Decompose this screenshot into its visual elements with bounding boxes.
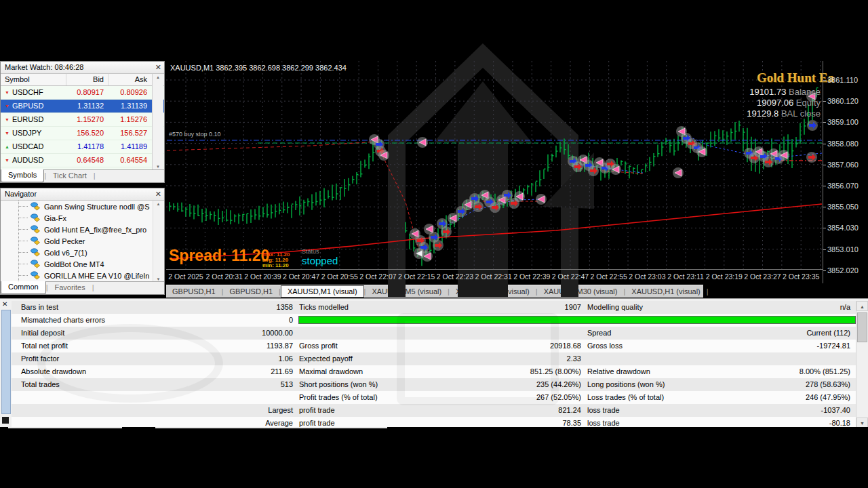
trend-down-icon: ▼ <box>5 104 9 108</box>
price-scale[interactable]: 3861.1103860.1203859.1003858.0803857.060… <box>823 61 868 283</box>
spread-min: min: 11.20 <box>262 263 289 268</box>
trend-down-icon: ▼ <box>5 158 9 163</box>
time-axis-label: 2 Oct 23:19 <box>706 272 743 281</box>
tester-cell: 0 <box>237 314 296 327</box>
ask-cell: 0.64554 <box>108 154 151 167</box>
tester-scrollbar[interactable]: ▲ ▼ <box>856 301 868 428</box>
tester-cell <box>720 352 854 365</box>
tester-cell: Short positions (won %) <box>296 378 442 391</box>
tester-cell: 10000.00 <box>237 327 296 340</box>
market-watch-row[interactable]: ▼EURUSD1.152701.15276 <box>1 113 164 127</box>
market-watch-row[interactable]: ▼USDCHF0.809170.80926 <box>1 86 164 100</box>
symbol-cell: ▼USDJPY <box>1 127 66 140</box>
tester-cell: -1037.40 <box>720 404 854 417</box>
scroll-down-icon[interactable]: ▼ <box>153 165 163 169</box>
tab-separator: | <box>707 285 709 298</box>
chart-tab[interactable]: XAUUSD,M30 (visual) <box>538 285 624 298</box>
time-axis[interactable]: 2 Oct 20252 Oct 20:312 Oct 20:392 Oct 20… <box>166 269 823 284</box>
pending-order-label: #570 buy stop 0.10 <box>169 131 221 138</box>
navigator-item[interactable]: GORILLA MHE EA V10 @LifeIn <box>1 270 164 281</box>
price-axis-label: 3852.020 <box>827 266 859 274</box>
tab-favorites[interactable]: Favorites <box>47 282 92 294</box>
tester-tab-icon[interactable] <box>2 417 9 424</box>
market-watch-row[interactable]: ▲USDCAD1.411781.41189 <box>1 140 164 154</box>
tester-cell <box>585 352 720 365</box>
tester-cell: Maximal drawdown <box>296 365 442 378</box>
symbol-cell: ▼AUDUSD <box>1 154 66 167</box>
scroll-up-icon[interactable]: ▲ <box>856 301 868 311</box>
chart-canvas[interactable] <box>166 61 823 269</box>
spread-indicator: Spread: 11.20 <box>169 247 269 265</box>
chart-tab[interactable]: XAUUSD,M1 (visual) <box>281 285 364 298</box>
bal-close-readout: 19129.8 BAL close <box>747 108 821 119</box>
ask-cell: 1.15276 <box>108 113 151 126</box>
navigator-titlebar: Navigator ✕ <box>1 188 164 201</box>
tester-row: Initial deposit10000.00SpreadCurrent (11… <box>12 327 856 340</box>
expert-advisor-icon <box>31 248 41 257</box>
tester-cell: Mismatched charts errors <box>12 314 237 327</box>
tester-cell: Relative drawdown <box>585 365 720 378</box>
tester-cell: 1907 <box>442 301 585 314</box>
navigator-item[interactable]: Gann Swing Structure nodll @S <box>1 201 164 212</box>
tester-cell: profit trade <box>296 404 442 417</box>
time-axis-label: 2 Oct 2025 <box>168 272 203 281</box>
chart-tab[interactable]: GBPUSD,H1 <box>166 285 222 298</box>
navigator-item[interactable]: Gold Hunt EA_fix@free_fx_pro <box>1 224 164 235</box>
navigator-item[interactable]: Gold Pecker <box>1 235 164 247</box>
tester-cell: 20918.68 <box>442 340 585 352</box>
tester-cell <box>296 327 442 340</box>
scroll-down-icon[interactable]: ▼ <box>856 418 868 428</box>
close-icon[interactable]: ✕ <box>2 300 7 308</box>
tester-row: Total trades513Short positions (won %)23… <box>12 378 856 391</box>
price-axis-label: 3860.120 <box>827 97 859 105</box>
tester-cell <box>442 327 585 340</box>
market-watch-header: Symbol Bid Ask <box>1 74 164 86</box>
bid-cell: 1.41178 <box>66 140 108 153</box>
scroll-thumb[interactable] <box>857 312 867 342</box>
price-axis-label: 3854.030 <box>827 224 859 232</box>
scroll-up-icon[interactable]: ▲ <box>153 75 163 79</box>
tab-symbols[interactable]: Symbols <box>1 169 44 182</box>
trend-down-icon: ▼ <box>5 90 9 95</box>
time-axis-label: 2 Oct 22:15 <box>398 272 435 281</box>
chart-tab[interactable]: XAUUSD,M5 (visual) <box>366 285 448 298</box>
market-watch-scrollbar[interactable]: ▲ ▼ <box>152 74 163 170</box>
tester-cell: Gross loss <box>585 340 720 352</box>
market-watch-rows: ▼USDCHF0.809170.80926▼GBPUSD1.311321.311… <box>1 86 164 176</box>
market-watch-row[interactable]: ▼AUDUSD0.645480.64554 <box>1 154 164 167</box>
market-watch-row[interactable]: ▼USDJPY156.520156.527 <box>1 127 164 140</box>
tester-cell: -19724.81 <box>720 340 854 352</box>
market-watch-title: Market Watch: 08:46:28 <box>5 63 83 71</box>
ask-cell: 1.31139 <box>108 100 151 113</box>
chart-tab[interactable]: XAUUSD,H1 (visual) <box>625 285 706 298</box>
bid-cell: 156.520 <box>66 127 108 140</box>
tester-cell: Bars in test <box>12 301 237 314</box>
column-symbol: Symbol <box>1 74 66 85</box>
tab-tick-chart[interactable]: Tick Chart <box>46 170 94 182</box>
tester-cell: 2.33 <box>442 352 585 365</box>
bid-cell: 1.31132 <box>66 100 108 113</box>
chart-tab-bar: GBPUSD,H1|GBPUSD,H1|XAUUSD,M1 (visual)|X… <box>166 285 703 298</box>
trend-down-icon: ▼ <box>5 117 9 122</box>
close-icon[interactable]: ✕ <box>155 188 161 200</box>
tab-common[interactable]: Common <box>1 281 46 294</box>
market-watch-tabs: Symbols|Tick Chart| <box>1 169 164 182</box>
tester-cell: 211.69 <box>237 365 296 378</box>
time-axis-label: 2 Oct 23:03 <box>629 272 665 281</box>
chart-tab[interactable]: GBPUSD,H1 <box>223 285 279 298</box>
tester-row: Mismatched charts errors0 <box>12 314 856 327</box>
tester-cell: Long positions (won %) <box>585 378 720 391</box>
chart-tab[interactable]: XAUUSD,M15 (visual) <box>450 285 536 298</box>
market-watch-row[interactable]: ▼GBPUSD1.311321.31139 <box>1 100 164 113</box>
navigator-item-label: Gold Hunt EA_fix@free_fx_pro <box>44 226 146 234</box>
navigator-item[interactable]: Gold v6_7(1) <box>1 247 164 258</box>
tester-cell: loss trade <box>585 404 720 417</box>
modelling-quality-bar <box>298 316 856 324</box>
tester-cell: 235 (44.26%) <box>442 378 585 391</box>
navigator-item[interactable]: GoldBot One MT4 <box>1 258 164 270</box>
close-icon[interactable]: ✕ <box>155 62 161 73</box>
navigator-item[interactable]: Gia-Fx <box>1 212 164 224</box>
chart-window[interactable]: XAUUSD,M1 3862.395 3862.698 3862.299 386… <box>166 61 868 283</box>
tester-side-strip[interactable] <box>1 310 11 414</box>
tester-row: Largestprofit trade821.24loss trade-1037… <box>12 404 856 417</box>
